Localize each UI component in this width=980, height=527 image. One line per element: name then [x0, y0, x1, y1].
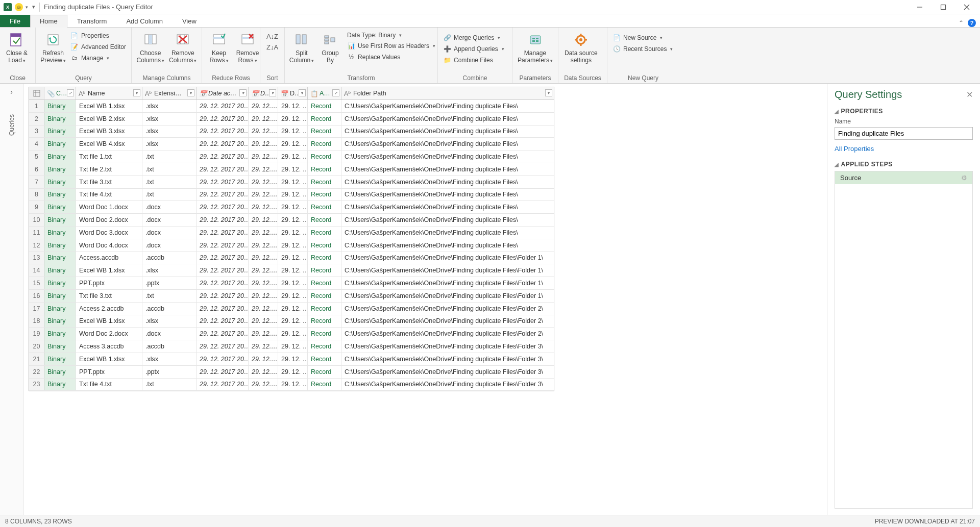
cell-attributes[interactable]: Record — [308, 113, 341, 125]
cell-attributes[interactable]: Record — [308, 366, 341, 378]
cell-attributes[interactable]: Record — [308, 176, 341, 188]
cell-extension[interactable]: .docx — [142, 201, 197, 213]
cell-attributes[interactable]: Record — [308, 353, 341, 365]
cell-attributes[interactable]: Record — [308, 227, 341, 239]
cell-content[interactable]: Binary — [44, 303, 76, 315]
cell-date-accessed[interactable]: 29. 12. 2017 20… — [197, 315, 249, 328]
queries-rail[interactable]: › Queries — [0, 84, 23, 515]
cell-date-accessed[interactable]: 29. 12. 2017 20… — [197, 290, 249, 302]
cell-date2[interactable]: 29. 12.… — [249, 201, 278, 213]
cell-attributes[interactable]: Record — [308, 315, 341, 328]
qat-overflow-icon[interactable]: ▾ — [32, 4, 35, 10]
table-row[interactable]: 2BinaryExcel WB 2.xlsx.xlsx29. 12. 2017 … — [29, 113, 554, 126]
recent-sources-button[interactable]: 🕓 Recent Sources — [610, 44, 675, 54]
cell-folder-path[interactable]: C:\Users\GašperKamenšek\OneDrive\Finding… — [341, 366, 554, 378]
cell-date-accessed[interactable]: 29. 12. 2017 20… — [197, 277, 249, 289]
cell-attributes[interactable]: Record — [308, 163, 341, 175]
cell-date3[interactable]: 29. 12. … — [278, 379, 308, 391]
table-row[interactable]: 3BinaryExcel WB 3.xlsx.xlsx29. 12. 2017 … — [29, 126, 554, 138]
cell-content[interactable]: Binary — [44, 227, 76, 239]
table-row[interactable]: 10BinaryWord Doc 2.docx.docx29. 12. 2017… — [29, 214, 554, 227]
cell-date3[interactable]: 29. 12. … — [278, 239, 308, 252]
close-panel-icon[interactable]: ✕ — [966, 90, 973, 99]
table-row[interactable]: 23BinaryTxt file 4.txt.txt29. 12. 2017 2… — [29, 379, 554, 391]
cell-name[interactable]: Excel WB 1.xlsx — [76, 264, 142, 277]
col-attributes-header[interactable]: 📋 A… ⤢ — [308, 87, 341, 99]
cell-date2[interactable]: 29. 12.… — [249, 252, 278, 264]
cell-folder-path[interactable]: C:\Users\GašperKamenšek\OneDrive\Finding… — [341, 176, 554, 188]
cell-name[interactable]: Word Doc 3.docx — [76, 227, 142, 239]
gear-icon[interactable]: ⚙ — [961, 174, 967, 182]
cell-attributes[interactable]: Record — [308, 379, 341, 391]
cell-date-accessed[interactable]: 29. 12. 2017 20… — [197, 353, 249, 365]
cell-folder-path[interactable]: C:\Users\GašperKamenšek\OneDrive\Finding… — [341, 150, 554, 163]
cell-date2[interactable]: 29. 12.… — [249, 126, 278, 138]
cell-extension[interactable]: .accdb — [142, 252, 197, 264]
cell-folder-path[interactable]: C:\Users\GašperKamenšek\OneDrive\Finding… — [341, 163, 554, 175]
cell-extension[interactable]: .docx — [142, 328, 197, 340]
col-content-header[interactable]: 📎 C… ⤢ — [44, 87, 76, 99]
cell-content[interactable]: Binary — [44, 163, 76, 175]
cell-extension[interactable]: .xlsx — [142, 264, 197, 277]
table-row[interactable]: 16BinaryTxt file 3.txt.txt29. 12. 2017 2… — [29, 290, 554, 303]
cell-attributes[interactable]: Record — [308, 239, 341, 252]
expand-icon[interactable]: ⤢ — [67, 89, 74, 96]
cell-folder-path[interactable]: C:\Users\GašperKamenšek\OneDrive\Finding… — [341, 227, 554, 239]
table-row[interactable]: 18BinaryExcel WB 1.xlsx.xlsx29. 12. 2017… — [29, 315, 554, 328]
cell-extension[interactable]: .xlsx — [142, 100, 197, 112]
cell-attributes[interactable]: Record — [308, 290, 341, 302]
cell-extension[interactable]: .txt — [142, 150, 197, 163]
remove-columns-button[interactable]: Remove Columns — [167, 30, 199, 65]
cell-name[interactable]: PPT.pptx — [76, 366, 142, 378]
cell-content[interactable]: Binary — [44, 353, 76, 365]
cell-date2[interactable]: 29. 12.… — [249, 340, 278, 353]
table-row[interactable]: 9BinaryWord Doc 1.docx.docx29. 12. 2017 … — [29, 201, 554, 214]
help-icon[interactable]: ? — [968, 19, 976, 27]
cell-extension[interactable]: .txt — [142, 379, 197, 391]
data-grid-container[interactable]: 📎 C… ⤢ Aᵇ Name ▾ Aᵇ Extensi… ▾ 📅 Date ac… — [23, 84, 827, 515]
cell-date3[interactable]: 29. 12. … — [278, 150, 308, 163]
data-type-button[interactable]: Data Type: Binary — [345, 31, 437, 40]
tab-add-column[interactable]: Add Column — [116, 15, 173, 27]
cell-content[interactable]: Binary — [44, 201, 76, 213]
cell-folder-path[interactable]: C:\Users\GašperKamenšek\OneDrive\Finding… — [341, 303, 554, 315]
table-row[interactable]: 15BinaryPPT.pptx.pptx29. 12. 2017 20…29.… — [29, 277, 554, 290]
table-row[interactable]: 6BinaryTxt file 2.txt.txt29. 12. 2017 20… — [29, 163, 554, 176]
cell-folder-path[interactable]: C:\Users\GašperKamenšek\OneDrive\Finding… — [341, 239, 554, 252]
query-name-input[interactable] — [835, 127, 973, 140]
cell-folder-path[interactable]: C:\Users\GašperKamenšek\OneDrive\Finding… — [341, 340, 554, 353]
cell-folder-path[interactable]: C:\Users\GašperKamenšek\OneDrive\Finding… — [341, 189, 554, 201]
cell-folder-path[interactable]: C:\Users\GašperKamenšek\OneDrive\Finding… — [341, 353, 554, 365]
cell-attributes[interactable]: Record — [308, 150, 341, 163]
advanced-editor-button[interactable]: 📝 Advanced Editor — [68, 42, 128, 52]
cell-extension[interactable]: .xlsx — [142, 138, 197, 150]
cell-date3[interactable]: 29. 12. … — [278, 340, 308, 353]
manage-parameters-button[interactable]: Manage Parameters — [516, 30, 555, 65]
cell-folder-path[interactable]: C:\Users\GašperKamenšek\OneDrive\Finding… — [341, 126, 554, 138]
cell-date2[interactable]: 29. 12.… — [249, 366, 278, 378]
applied-steps-list[interactable]: Source ⚙ — [835, 171, 973, 509]
cell-date-accessed[interactable]: 29. 12. 2017 20… — [197, 252, 249, 264]
cell-date2[interactable]: 29. 12.… — [249, 353, 278, 365]
cell-content[interactable]: Binary — [44, 252, 76, 264]
all-properties-link[interactable]: All Properties — [835, 145, 874, 153]
cell-date2[interactable]: 29. 12.… — [249, 315, 278, 328]
cell-name[interactable]: Word Doc 4.docx — [76, 239, 142, 252]
cell-folder-path[interactable]: C:\Users\GašperKamenšek\OneDrive\Finding… — [341, 328, 554, 340]
cell-date-accessed[interactable]: 29. 12. 2017 20… — [197, 163, 249, 175]
cell-attributes[interactable]: Record — [308, 214, 341, 226]
cell-date3[interactable]: 29. 12. … — [278, 126, 308, 138]
col-extension-header[interactable]: Aᵇ Extensi… ▾ — [142, 87, 197, 99]
cell-folder-path[interactable]: C:\Users\GašperKamenšek\OneDrive\Finding… — [341, 113, 554, 125]
cell-name[interactable]: Excel WB 2.xlsx — [76, 113, 142, 125]
cell-extension[interactable]: .txt — [142, 189, 197, 201]
cell-folder-path[interactable]: C:\Users\GašperKamenšek\OneDrive\Finding… — [341, 264, 554, 277]
cell-content[interactable]: Binary — [44, 189, 76, 201]
table-options-button[interactable] — [29, 87, 44, 99]
cell-date2[interactable]: 29. 12.… — [249, 163, 278, 175]
merge-queries-button[interactable]: 🔗 Merge Queries — [441, 33, 506, 43]
split-column-button[interactable]: Split Column — [288, 30, 315, 65]
cell-name[interactable]: Txt file 4.txt — [76, 189, 142, 201]
first-row-headers-button[interactable]: 📊 Use First Row as Headers — [345, 41, 437, 51]
cell-content[interactable]: Binary — [44, 290, 76, 302]
